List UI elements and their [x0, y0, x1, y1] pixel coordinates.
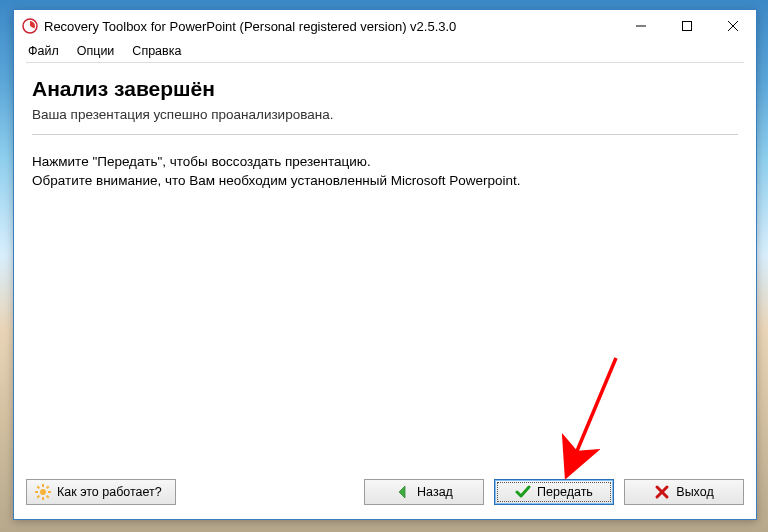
svg-rect-1: [683, 22, 692, 31]
how-it-works-button[interactable]: Как это работает?: [26, 479, 176, 505]
titlebar: Recovery Toolbox for PowerPoint (Persona…: [14, 10, 756, 42]
back-button[interactable]: Назад: [364, 479, 484, 505]
menu-file[interactable]: Файл: [20, 43, 67, 59]
svg-line-7: [37, 486, 39, 488]
divider: [32, 134, 738, 135]
svg-line-10: [37, 496, 39, 498]
instruction-line: Обратите внимание, что Вам необходим уст…: [32, 172, 738, 191]
minimize-button[interactable]: [618, 10, 664, 42]
arrow-left-icon: [395, 484, 411, 500]
footer: Как это работает? Назад Передать Выход: [14, 475, 756, 519]
svg-point-2: [40, 489, 46, 495]
close-button[interactable]: [710, 10, 756, 42]
how-it-works-label: Как это работает?: [57, 485, 162, 499]
menu-options[interactable]: Опции: [69, 43, 123, 59]
maximize-button[interactable]: [664, 10, 710, 42]
page-heading: Анализ завершён: [32, 77, 738, 101]
exit-button[interactable]: Выход: [624, 479, 744, 505]
menu-help[interactable]: Справка: [124, 43, 189, 59]
svg-line-8: [47, 496, 49, 498]
x-icon: [654, 484, 670, 500]
window-controls: [618, 10, 756, 42]
gear-icon: [35, 484, 51, 500]
transmit-label: Передать: [537, 485, 593, 499]
svg-line-9: [47, 486, 49, 488]
app-icon: [22, 18, 38, 34]
check-icon: [515, 484, 531, 500]
window-title: Recovery Toolbox for PowerPoint (Persona…: [44, 19, 618, 34]
instructions: Нажмите "Передать", чтобы воссоздать пре…: [32, 153, 738, 191]
back-label: Назад: [417, 485, 453, 499]
instruction-line: Нажмите "Передать", чтобы воссоздать пре…: [32, 153, 738, 172]
app-window: Recovery Toolbox for PowerPoint (Persona…: [13, 9, 757, 520]
page-subheading: Ваша презентация успешно проанализирован…: [32, 107, 738, 122]
content-area: Анализ завершён Ваша презентация успешно…: [26, 62, 744, 475]
exit-label: Выход: [676, 485, 713, 499]
menubar: Файл Опции Справка: [14, 42, 756, 62]
transmit-button[interactable]: Передать: [494, 479, 614, 505]
